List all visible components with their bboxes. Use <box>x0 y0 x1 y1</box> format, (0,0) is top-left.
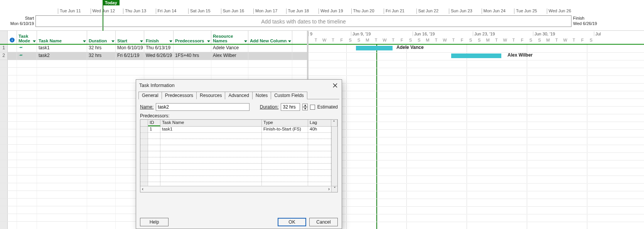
pred-row-lag[interactable] <box>308 139 331 145</box>
pred-row-taskname[interactable] <box>160 151 262 157</box>
pred-row-id[interactable] <box>148 133 160 139</box>
pred-row-select[interactable] <box>140 157 148 163</box>
header-predecessors[interactable]: Predecessors <box>174 31 211 44</box>
pred-row-type[interactable] <box>262 157 308 163</box>
header-finish[interactable]: Finish <box>144 31 174 44</box>
tab-predecessors[interactable]: Predecessors <box>162 92 197 99</box>
help-button[interactable]: Help <box>140 218 169 226</box>
pred-row-type[interactable] <box>262 164 308 169</box>
duration-cell[interactable]: 32 hrs <box>87 52 116 60</box>
header-resource-names[interactable]: Resource Names <box>211 31 248 44</box>
header-task-name[interactable]: Task Name <box>37 31 87 44</box>
table-row[interactable]: 1task132 hrsMon 6/10/19Thu 6/13/19Adele … <box>0 45 307 52</box>
pred-row-id[interactable] <box>148 139 160 145</box>
resource-cell[interactable]: Adele Vance <box>211 45 248 52</box>
pred-row-select[interactable] <box>140 133 148 139</box>
tab-resources[interactable]: Resources <box>196 92 225 99</box>
pred-row-type[interactable] <box>262 151 308 157</box>
duration-input[interactable] <box>281 103 300 111</box>
pred-row-select[interactable] <box>140 127 148 132</box>
estimated-checkbox[interactable] <box>310 105 315 110</box>
close-button[interactable] <box>332 82 339 89</box>
pred-row-taskname[interactable] <box>160 164 262 169</box>
task-mode-cell[interactable] <box>17 52 37 60</box>
gantt-body[interactable]: Adele VanceAlex Wilber <box>309 45 644 229</box>
table-row[interactable]: 2task232 hrsFri 6/21/19Wed 6/26/191FS+40… <box>0 52 307 60</box>
pred-row-select[interactable] <box>140 151 148 157</box>
row-number[interactable]: 2 <box>0 52 8 60</box>
predecessors-cell[interactable]: 1FS+40 hrs <box>174 52 211 60</box>
header-info-icon[interactable] <box>8 31 17 44</box>
pred-vscroll[interactable] <box>331 127 337 186</box>
pred-row[interactable] <box>140 145 337 151</box>
header-add-new-column[interactable]: Add New Column <box>248 31 292 44</box>
task-name-cell[interactable]: task1 <box>37 45 87 52</box>
tab-notes[interactable]: Notes <box>252 92 271 99</box>
pred-row-lag[interactable] <box>308 151 331 157</box>
pred-row[interactable] <box>140 139 337 145</box>
ok-button[interactable]: OK <box>278 218 306 226</box>
pred-scroll-up[interactable]: ˄ <box>331 120 337 126</box>
pred-row-lag[interactable] <box>308 170 331 176</box>
row-number[interactable]: 1 <box>0 45 8 52</box>
empty-row[interactable] <box>0 68 307 75</box>
addcol-cell[interactable] <box>248 52 292 60</box>
finish-cell[interactable]: Wed 6/26/19 <box>144 52 174 60</box>
task-name-input[interactable] <box>156 103 250 111</box>
pred-row[interactable] <box>140 157 337 164</box>
duration-cell[interactable]: 32 hrs <box>87 45 116 52</box>
timeline-frame[interactable]: Add tasks with dates to the timeline <box>35 15 572 27</box>
pred-header-id[interactable]: ID <box>148 120 160 126</box>
start-cell[interactable]: Fri 6/21/19 <box>116 52 144 60</box>
pred-row-type[interactable] <box>262 145 308 151</box>
pred-header-taskname[interactable]: Task Name <box>160 120 262 126</box>
finish-cell[interactable]: Thu 6/13/19 <box>144 45 174 52</box>
gantt-bar[interactable] <box>451 53 501 58</box>
pred-header-lag[interactable]: Lag <box>308 120 331 126</box>
gantt-row[interactable]: Adele Vance <box>309 45 644 52</box>
pred-row-id[interactable] <box>148 176 160 182</box>
pred-row-select[interactable] <box>140 170 148 176</box>
duration-spinner[interactable]: ▲▼ <box>302 104 308 110</box>
pred-row-lag[interactable] <box>308 133 331 139</box>
header-duration[interactable]: Duration <box>87 31 116 44</box>
pred-row-taskname[interactable] <box>160 145 262 151</box>
pred-row-taskname[interactable]: task1 <box>160 127 262 132</box>
pred-row[interactable] <box>140 133 337 139</box>
predecessors-cell[interactable] <box>174 45 211 52</box>
pred-row[interactable] <box>140 164 337 170</box>
pred-row[interactable]: 1task1Finish-to-Start (FS)40h <box>140 127 337 133</box>
pred-row-type[interactable] <box>262 170 308 176</box>
pred-row-select[interactable] <box>140 139 148 145</box>
task-mode-cell[interactable] <box>17 45 37 52</box>
pred-header-type[interactable]: Type <box>262 120 308 126</box>
pred-row-select[interactable] <box>140 176 148 182</box>
pred-row-id[interactable] <box>148 157 160 163</box>
pred-row-id[interactable] <box>148 151 160 157</box>
pred-row-type[interactable] <box>262 139 308 145</box>
pred-row-lag[interactable]: 40h <box>308 127 331 132</box>
pred-row-taskname[interactable] <box>160 176 262 182</box>
pred-row[interactable] <box>140 151 337 157</box>
pred-row-type[interactable] <box>262 176 308 182</box>
pred-row-type[interactable] <box>262 133 308 139</box>
gantt-bar[interactable] <box>356 46 393 50</box>
pred-row-lag[interactable] <box>308 157 331 163</box>
pred-row-id[interactable]: 1 <box>148 127 160 132</box>
resource-cell[interactable]: Alex Wilber <box>211 52 248 60</box>
pred-row-select[interactable] <box>140 145 148 151</box>
header-task-mode[interactable]: Task Mode <box>17 31 37 44</box>
pred-row-id[interactable] <box>148 170 160 176</box>
pred-row[interactable] <box>140 170 337 176</box>
empty-row[interactable] <box>0 60 307 68</box>
cancel-button[interactable]: Cancel <box>309 218 338 226</box>
addcol-cell[interactable] <box>248 45 292 52</box>
pred-row-lag[interactable] <box>308 164 331 169</box>
pred-row-taskname[interactable] <box>160 157 262 163</box>
pred-row-select[interactable] <box>140 164 148 169</box>
predecessors-grid[interactable]: ID Task Name Type Lag ˄ 1task1Finish-to-… <box>140 119 338 192</box>
tab-custom-fields[interactable]: Custom Fields <box>271 92 307 99</box>
pred-row-type[interactable]: Finish-to-Start (FS) <box>262 127 308 132</box>
pred-row-taskname[interactable] <box>160 170 262 176</box>
task-name-cell[interactable]: task2 <box>37 52 87 60</box>
